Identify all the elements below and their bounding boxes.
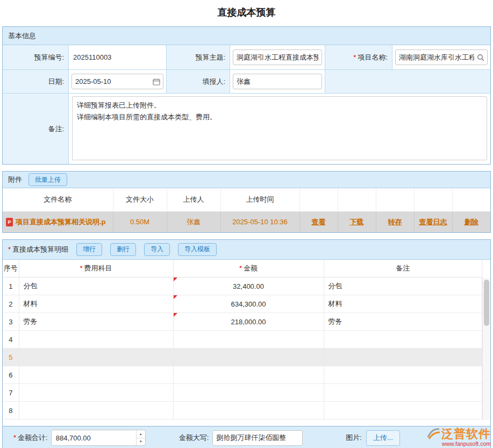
image-label: 图片: — [346, 433, 362, 443]
detail-row: 1 分包 32,400.00 分包 — [3, 278, 482, 295]
amount-cell[interactable] — [173, 384, 324, 402]
amount-cell[interactable]: 218,000.00 — [173, 313, 324, 331]
calendar-icon[interactable] — [152, 77, 161, 86]
remark-field-cell: 详细预算报表已上传附件。 详细编制本项目所需的直接成本类型、费用。 — [69, 94, 490, 164]
amount-cell[interactable] — [173, 349, 324, 366]
row-seq: 8 — [3, 402, 19, 419]
project-name-label: *项目名称: — [325, 45, 392, 70]
amount-cell[interactable]: 32,400.00 — [173, 278, 324, 295]
scrollbar-thumb[interactable] — [484, 280, 489, 326]
subject-cell[interactable] — [19, 384, 173, 402]
row-seq: 4 — [3, 331, 19, 349]
view-link[interactable]: 查看 — [312, 218, 326, 226]
row-seq: 2 — [3, 295, 19, 313]
remark-cell[interactable]: 材料 — [324, 295, 482, 313]
file-size-cell: 0.50M — [113, 211, 167, 232]
delete-link[interactable]: 删除 — [465, 218, 478, 226]
date-input[interactable] — [72, 74, 163, 89]
search-icon[interactable] — [476, 53, 485, 62]
view-log-link[interactable]: 查看日志 — [419, 218, 447, 226]
attachments-section: 附件 批量上传 文件名称 文件大小 上传人 上传时间 — [2, 171, 491, 233]
amount-cell[interactable] — [173, 331, 324, 349]
remark-cell[interactable] — [324, 384, 482, 402]
col-action — [299, 188, 338, 211]
basic-info-title: 基本信息 — [8, 31, 36, 41]
detail-table: 序号 *费用科目 *金额 备注 1 分包 32,400.00 分包 2 材料 6… — [3, 260, 482, 420]
amount-in-words-input[interactable] — [212, 430, 303, 446]
vertical-scrollbar[interactable] — [482, 278, 490, 420]
file-name-cell: P 项目直接成本预算相关说明.p — [3, 211, 113, 232]
amount-in-words-label: 金额大写: — [179, 433, 209, 443]
col-file-size: 文件大小 — [113, 188, 167, 211]
reporter-input[interactable] — [233, 74, 322, 89]
detail-title: *直接成本预算明细 — [8, 245, 68, 254]
col-file-name: 文件名称 — [3, 188, 113, 211]
detail-row: 4 — [3, 331, 482, 349]
attachments-header: 附件 批量上传 — [3, 172, 490, 188]
save-as-link[interactable]: 转存 — [388, 218, 402, 226]
detail-header-row: 序号 *费用科目 *金额 备注 — [3, 260, 482, 278]
image-upload-button[interactable]: 上传... — [366, 430, 400, 446]
remark-label: 备注: — [3, 94, 69, 164]
import-template-button[interactable]: 导入模板 — [178, 243, 217, 256]
delete-row-button[interactable]: 删行 — [110, 243, 136, 256]
amount-cell[interactable] — [173, 366, 324, 384]
detail-header: *直接成本预算明细 增行 删行 导入 导入模板 — [3, 240, 490, 260]
spinner-down-icon[interactable]: ▼ — [137, 438, 145, 446]
budget-no-value: 2025110003 — [69, 45, 167, 70]
subject-cell[interactable] — [19, 402, 173, 419]
date-label: 日期: — [3, 70, 69, 94]
remark-cell[interactable]: 劳务 — [324, 313, 482, 331]
remark-cell[interactable] — [324, 349, 482, 366]
reporter-label: 填报人: — [167, 70, 230, 94]
upload-time-cell: 2025-05-10 10:36 — [220, 211, 299, 232]
row-seq: 1 — [3, 278, 19, 295]
batch-upload-button[interactable]: 批量上传 — [28, 173, 67, 186]
uploader-cell: 张鑫 — [167, 211, 220, 232]
add-row-button[interactable]: 增行 — [76, 243, 102, 256]
detail-row: 7 — [3, 384, 482, 402]
empty-cell — [325, 70, 490, 94]
remark-cell[interactable] — [324, 366, 482, 384]
subject-cell[interactable] — [19, 366, 173, 384]
spinner-up-icon[interactable]: ▲ — [137, 430, 145, 438]
subject-cell[interactable]: 材料 — [19, 295, 173, 313]
remark-textarea[interactable]: 详细预算报表已上传附件。 详细编制本项目所需的直接成本类型、费用。 — [72, 96, 487, 160]
subject-cell[interactable] — [19, 331, 173, 349]
attachment-row: P 项目直接成本预算相关说明.p 0.50M 张鑫 2025-05-10 10:… — [3, 211, 490, 232]
attachments-title: 附件 — [8, 175, 22, 184]
row-seq: 7 — [3, 384, 19, 402]
import-button[interactable]: 导入 — [144, 243, 170, 256]
subject-cell[interactable]: 分包 — [19, 278, 173, 295]
col-remark: 备注 — [324, 260, 482, 278]
col-subject: *费用科目 — [19, 260, 173, 278]
amount-cell[interactable]: 634,300.00 — [173, 295, 324, 313]
spacer — [3, 419, 490, 426]
attachments-header-row: 文件名称 文件大小 上传人 上传时间 — [3, 188, 490, 211]
edited-corner-marker — [174, 313, 177, 317]
file-name-link[interactable]: 项目直接成本预算相关说明.p — [16, 217, 106, 227]
subject-cell[interactable] — [19, 349, 173, 366]
row-seq: 3 — [3, 313, 19, 331]
remark-cell[interactable] — [324, 402, 482, 419]
basic-info-header: 基本信息 — [3, 27, 490, 45]
row-seq: 6 — [3, 366, 19, 384]
subject-cell[interactable]: 劳务 — [19, 313, 173, 331]
budget-no-label: 预算编号: — [3, 45, 69, 70]
col-action — [376, 188, 414, 211]
date-field-cell — [69, 70, 167, 94]
project-name-input[interactable] — [395, 49, 488, 65]
col-action — [338, 188, 376, 211]
number-spinner: ▲ ▼ — [136, 430, 145, 445]
subject-input[interactable] — [233, 49, 322, 65]
col-seq: 序号 — [3, 260, 19, 278]
download-link[interactable]: 下载 — [350, 218, 364, 226]
total-amount-input[interactable]: 884,700.00 ▲ ▼ — [51, 430, 146, 446]
remark-cell[interactable] — [324, 331, 482, 349]
remark-cell[interactable]: 分包 — [324, 278, 482, 295]
amount-cell[interactable] — [173, 402, 324, 419]
page-title: 直接成本预算 — [0, 0, 493, 26]
basic-info-form: 预算编号: 2025110003 预算主题: *项目名称: 日期: — [3, 45, 490, 164]
col-action — [414, 188, 452, 211]
detail-section: *直接成本预算明细 增行 删行 导入 导入模板 序号 *费用科目 *金额 备注 … — [2, 239, 491, 448]
